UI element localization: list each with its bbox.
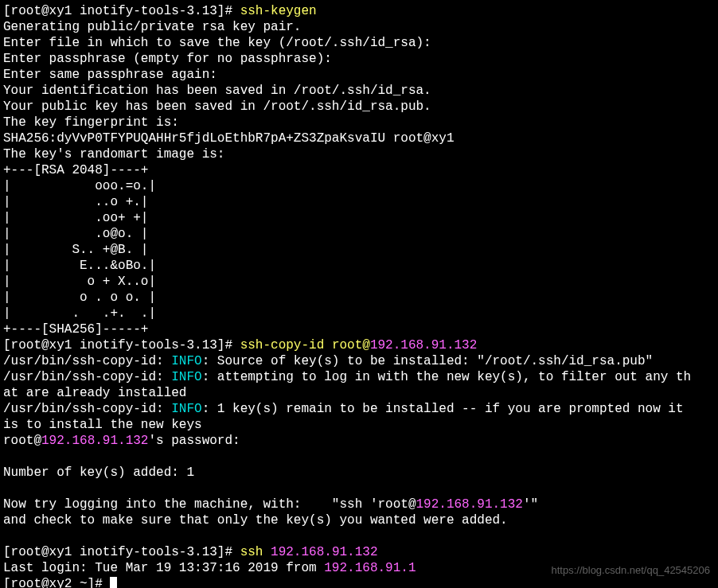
randomart-line: | . .+. .|: [3, 306, 156, 321]
last-login-line: Last login: Tue Mar 19 13:37:16 2019 fro…: [3, 561, 416, 575]
prompt-line-1: [root@xy1 inotify-tools-3.13]# ssh-keyge…: [3, 4, 317, 18]
randomart-line: | ooo.=o.|: [3, 179, 156, 193]
ssh-copy-info-3: /usr/bin/ssh-copy-id: INFO: 1 key(s) rem…: [3, 402, 691, 416]
check-line: and check to make sure that only the key…: [3, 513, 508, 528]
randomart-line: | S.. +@B. |: [3, 243, 148, 257]
terminal-output[interactable]: [root@xy1 inotify-tools-3.13]# ssh-keyge…: [3, 3, 715, 588]
password-prompt: root@192.168.91.132's password:: [3, 434, 240, 448]
output-line: The key fingerprint is:: [3, 115, 179, 130]
ssh-copy-info-2-cont: at are already installed: [3, 386, 186, 400]
keys-added: Number of key(s) added: 1: [3, 465, 194, 480]
output-line: The key's randomart image is:: [3, 147, 224, 162]
output-line: Your public key has been saved in /root/…: [3, 99, 431, 114]
randomart-line: | .o@o. |: [3, 227, 148, 241]
output-line: Enter passphrase (empty for no passphras…: [3, 52, 332, 66]
randomart-line: | o + X..o|: [3, 275, 156, 289]
fingerprint-line: SHA256:dyVvP0TFYPUQAHHr5fjdLoEthbR7pA+ZS…: [3, 131, 455, 146]
ssh-copy-info-1: /usr/bin/ssh-copy-id: INFO: Source of ke…: [3, 354, 653, 368]
prompt-line-4[interactable]: [root@xy2 ~]#: [3, 577, 117, 588]
prompt-line-2: [root@xy1 inotify-tools-3.13]# ssh-copy-…: [3, 338, 477, 352]
randomart-line: | .oo+ +|: [3, 211, 148, 225]
cursor-icon: [110, 577, 117, 588]
randomart-line: | ..o +.|: [3, 195, 148, 209]
randomart-line: +----[SHA256]-----+: [3, 322, 148, 337]
randomart-line: | o . o o. |: [3, 290, 156, 305]
try-login-line: Now try logging into the machine, with: …: [3, 497, 538, 512]
randomart-line: +---[RSA 2048]----+: [3, 163, 148, 177]
ssh-copy-info-3-cont: is to install the new keys: [3, 418, 202, 432]
output-line: Your identification has been saved in /r…: [3, 84, 431, 98]
output-line: Enter file in which to save the key (/ro…: [3, 36, 431, 50]
randomart-line: | E...&oBo.|: [3, 259, 156, 273]
output-line: Enter same passphrase again:: [3, 68, 217, 82]
prompt-line-3: [root@xy1 inotify-tools-3.13]# ssh 192.1…: [3, 545, 377, 559]
output-line: Generating public/private rsa key pair.: [3, 20, 301, 34]
watermark-text: https://blog.csdn.net/qq_42545206: [552, 564, 711, 577]
ssh-copy-info-2: /usr/bin/ssh-copy-id: INFO: attempting t…: [3, 370, 691, 384]
